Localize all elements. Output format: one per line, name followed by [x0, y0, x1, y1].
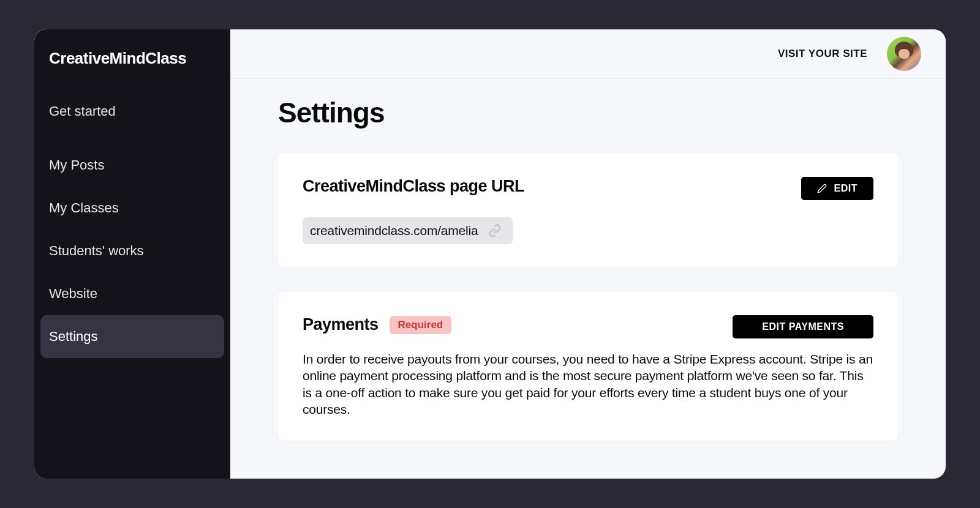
url-pill[interactable]: creativemindclass.com/amelia [303, 217, 513, 244]
payments-card: Payments Required EDIT PAYMENTS In order… [278, 292, 898, 441]
visit-site-link[interactable]: VISIT YOUR SITE [778, 48, 867, 60]
payments-title-wrap: Payments Required [303, 315, 451, 334]
sidebar-item-my-posts[interactable]: My Posts [40, 144, 224, 187]
sidebar-item-my-classes[interactable]: My Classes [40, 187, 224, 230]
sidebar-item-students-works[interactable]: Students' works [40, 230, 224, 272]
content: Settings CreativeMindClass page URL EDIT [230, 79, 946, 479]
edit-url-button[interactable]: EDIT [801, 177, 873, 200]
page-title: Settings [278, 96, 898, 129]
pencil-icon [817, 184, 827, 193]
required-badge: Required [390, 316, 452, 334]
url-value: creativemindclass.com/amelia [310, 223, 478, 238]
sidebar-item-settings[interactable]: Settings [40, 315, 224, 358]
payments-description: In order to receive payouts from your co… [303, 351, 873, 417]
link-icon [487, 223, 503, 239]
app-window: CreativeMindClass Get started My Posts M… [34, 29, 946, 479]
avatar[interactable] [887, 37, 921, 71]
url-card-header: CreativeMindClass page URL EDIT [303, 177, 873, 200]
edit-payments-button[interactable]: EDIT PAYMENTS [733, 315, 873, 338]
edit-url-label: EDIT [834, 183, 858, 194]
url-card-title: CreativeMindClass page URL [303, 177, 524, 196]
url-card: CreativeMindClass page URL EDIT creative… [278, 154, 898, 267]
main: VISIT YOUR SITE Settings CreativeMindCla… [230, 29, 946, 479]
topbar: VISIT YOUR SITE [230, 29, 946, 79]
edit-payments-label: EDIT PAYMENTS [762, 321, 844, 332]
payments-card-header: Payments Required EDIT PAYMENTS [303, 315, 873, 338]
brand-title: CreativeMindClass [40, 47, 224, 90]
sidebar-nav: Get started My Posts My Classes Students… [40, 90, 224, 358]
sidebar-item-website[interactable]: Website [40, 272, 224, 315]
sidebar-item-get-started[interactable]: Get started [40, 90, 224, 133]
sidebar: CreativeMindClass Get started My Posts M… [34, 29, 230, 479]
payments-card-title: Payments [303, 315, 379, 334]
